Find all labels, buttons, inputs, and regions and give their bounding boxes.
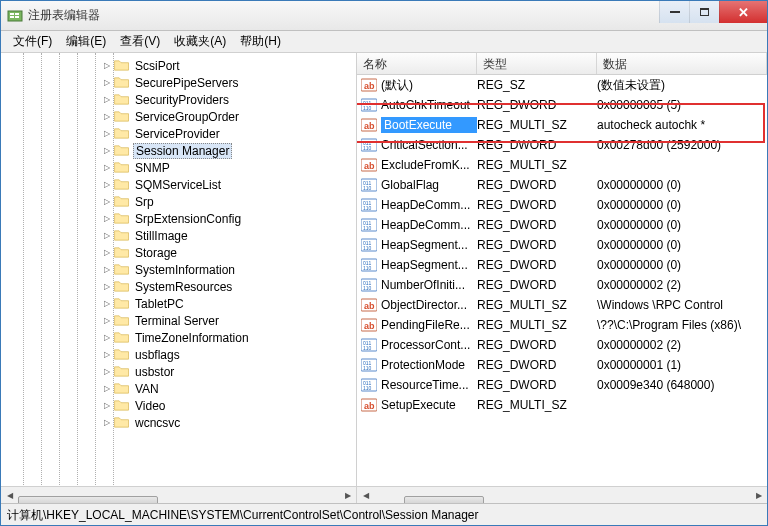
expander-icon[interactable]: ▷ xyxy=(101,213,112,224)
tree-item[interactable]: ▷VAN xyxy=(101,380,251,397)
expander-icon[interactable]: ▷ xyxy=(101,281,112,292)
expander-icon[interactable]: ▷ xyxy=(101,264,112,275)
tree-item[interactable]: ▷usbflags xyxy=(101,346,251,363)
column-name[interactable]: 名称 xyxy=(357,53,477,74)
expander-icon[interactable]: ▷ xyxy=(101,349,112,360)
list-row[interactable]: ObjectDirector...REG_MULTI_SZ\Windows \R… xyxy=(357,295,767,315)
expander-icon[interactable]: ▷ xyxy=(101,315,112,326)
tree-pane[interactable]: ▷ScsiPort▷SecurePipeServers▷SecurityProv… xyxy=(1,53,357,503)
tree-item[interactable]: ▷ScsiPort xyxy=(101,57,251,74)
column-data[interactable]: 数据 xyxy=(597,53,767,74)
menu-edit[interactable]: 编辑(E) xyxy=(60,31,112,52)
value-type: REG_DWORD xyxy=(477,198,597,212)
dword-value-icon xyxy=(361,357,377,373)
menu-file[interactable]: 文件(F) xyxy=(7,31,58,52)
list-scroll-thumb[interactable] xyxy=(404,496,484,503)
list-row[interactable]: ExcludeFromK...REG_MULTI_SZ xyxy=(357,155,767,175)
expander-icon[interactable]: ▷ xyxy=(101,230,112,241)
tree-item[interactable]: ▷SystemInformation xyxy=(101,261,251,278)
value-name: SetupExecute xyxy=(381,398,477,412)
tree-item[interactable]: ▷usbstor xyxy=(101,363,251,380)
tree-item[interactable]: ▷SrpExtensionConfig xyxy=(101,210,251,227)
tree-item[interactable]: ▷SystemResources xyxy=(101,278,251,295)
tree-item[interactable]: ▷Video xyxy=(101,397,251,414)
tree-item[interactable]: ▷SNMP xyxy=(101,159,251,176)
expander-icon[interactable]: ▷ xyxy=(101,298,112,309)
value-type: REG_DWORD xyxy=(477,258,597,272)
menu-view[interactable]: 查看(V) xyxy=(114,31,166,52)
maximize-button[interactable] xyxy=(689,1,719,23)
value-name: HeapDeComm... xyxy=(381,198,477,212)
expander-icon[interactable]: ▷ xyxy=(101,383,112,394)
tree-scroll-left[interactable]: ◀ xyxy=(1,487,18,504)
expander-icon[interactable]: ▷ xyxy=(101,128,112,139)
value-data: 0x00000002 (2) xyxy=(597,338,767,352)
value-type: REG_MULTI_SZ xyxy=(477,398,597,412)
list-row[interactable]: CriticalSection...REG_DWORD0x00278d00 (2… xyxy=(357,135,767,155)
close-button[interactable]: ✕ xyxy=(719,1,767,23)
status-path: 计算机\HKEY_LOCAL_MACHINE\SYSTEM\CurrentCon… xyxy=(7,508,479,522)
list-row[interactable]: HeapDeComm...REG_DWORD0x00000000 (0) xyxy=(357,195,767,215)
list-row[interactable]: ProcessorCont...REG_DWORD0x00000002 (2) xyxy=(357,335,767,355)
list-row[interactable]: PendingFileRe...REG_MULTI_SZ\??\C:\Progr… xyxy=(357,315,767,335)
list-row[interactable]: HeapDeComm...REG_DWORD0x00000000 (0) xyxy=(357,215,767,235)
menu-help[interactable]: 帮助(H) xyxy=(234,31,287,52)
tree-item[interactable]: ▷SQMServiceList xyxy=(101,176,251,193)
list-row[interactable]: HeapSegment...REG_DWORD0x00000000 (0) xyxy=(357,235,767,255)
expander-icon[interactable]: ▷ xyxy=(101,162,112,173)
menu-favorites[interactable]: 收藏夹(A) xyxy=(168,31,232,52)
expander-icon[interactable]: ▷ xyxy=(101,400,112,411)
list-row[interactable]: ProtectionModeREG_DWORD0x00000001 (1) xyxy=(357,355,767,375)
list-row[interactable]: SetupExecuteREG_MULTI_SZ xyxy=(357,395,767,415)
folder-icon xyxy=(114,161,130,174)
tree-item-label: ScsiPort xyxy=(133,59,182,73)
expander-icon[interactable]: ▷ xyxy=(101,196,112,207)
expander-icon[interactable]: ▷ xyxy=(101,247,112,258)
tree-item[interactable]: ▷Terminal Server xyxy=(101,312,251,329)
tree-item[interactable]: ▷StillImage xyxy=(101,227,251,244)
tree-item[interactable]: ▷Storage xyxy=(101,244,251,261)
expander-icon[interactable]: ▷ xyxy=(101,417,112,428)
tree-item[interactable]: ▷wcncsvc xyxy=(101,414,251,431)
expander-icon[interactable]: ▷ xyxy=(101,60,112,71)
list-row[interactable]: NumberOfIniti...REG_DWORD0x00000002 (2) xyxy=(357,275,767,295)
list-row[interactable]: HeapSegment...REG_DWORD0x00000000 (0) xyxy=(357,255,767,275)
tree-item[interactable]: ▷SecurityProviders xyxy=(101,91,251,108)
tree-item-label: Storage xyxy=(133,246,179,260)
list-row[interactable]: ResourceTime...REG_DWORD0x0009e340 (6480… xyxy=(357,375,767,395)
tree-scroll-right[interactable]: ▶ xyxy=(339,487,356,504)
folder-icon xyxy=(114,314,130,327)
tree-item[interactable]: ▷ServiceGroupOrder xyxy=(101,108,251,125)
value-data: 0x00000002 (2) xyxy=(597,278,767,292)
value-name: ProcessorCont... xyxy=(381,338,477,352)
expander-icon[interactable]: ▷ xyxy=(101,145,112,156)
list-header: 名称 类型 数据 xyxy=(357,53,767,75)
list-scroll-left[interactable]: ◀ xyxy=(357,487,374,504)
tree-item[interactable]: ▷ServiceProvider xyxy=(101,125,251,142)
folder-icon xyxy=(114,212,130,225)
minimize-button[interactable] xyxy=(659,1,689,23)
expander-icon[interactable]: ▷ xyxy=(101,179,112,190)
expander-icon[interactable]: ▷ xyxy=(101,77,112,88)
tree-item[interactable]: ▷SecurePipeServers xyxy=(101,74,251,91)
expander-icon[interactable]: ▷ xyxy=(101,366,112,377)
tree-scroll-thumb[interactable] xyxy=(18,496,158,503)
expander-icon[interactable]: ▷ xyxy=(101,111,112,122)
tree-item[interactable]: ▷Srp xyxy=(101,193,251,210)
list-body[interactable]: (默认)REG_SZ(数值未设置)AutoChkTimeoutREG_DWORD… xyxy=(357,75,767,486)
expander-icon[interactable]: ▷ xyxy=(101,94,112,105)
tree-item[interactable]: ▷TimeZoneInformation xyxy=(101,329,251,346)
list-row[interactable]: BootExecuteREG_MULTI_SZautocheck autochk… xyxy=(357,115,767,135)
column-type[interactable]: 类型 xyxy=(477,53,597,74)
tree-item[interactable]: ▷TabletPC xyxy=(101,295,251,312)
value-name: ObjectDirector... xyxy=(381,298,477,312)
list-row[interactable]: (默认)REG_SZ(数值未设置) xyxy=(357,75,767,95)
value-data: \??\C:\Program Files (x86)\ xyxy=(597,318,767,332)
tree-item[interactable]: ▷Session Manager xyxy=(101,142,251,159)
value-data: \Windows \RPC Control xyxy=(597,298,767,312)
expander-icon[interactable]: ▷ xyxy=(101,332,112,343)
list-row[interactable]: GlobalFlagREG_DWORD0x00000000 (0) xyxy=(357,175,767,195)
list-row[interactable]: AutoChkTimeoutREG_DWORD0x00000005 (5) xyxy=(357,95,767,115)
list-scroll-right[interactable]: ▶ xyxy=(750,487,767,504)
folder-icon xyxy=(114,365,130,378)
